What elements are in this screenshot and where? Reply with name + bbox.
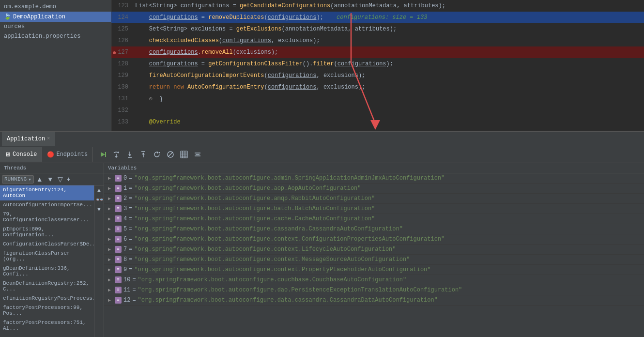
var-icon-12: ≡ <box>115 297 122 304</box>
thread-item-10[interactable]: factoryPostProcessors:751, Al... <box>0 318 94 333</box>
code-editor-area: om.example.demo 🍃 DemoApplication ources… <box>0 0 644 131</box>
variables-title: Variables <box>108 165 137 171</box>
thread-item-4[interactable]: ConfigurationClassParser$De... <box>0 240 94 249</box>
sidebar-item-app-properties[interactable]: application.properties <box>0 31 111 41</box>
thread-item-9[interactable]: factoryPostProcessors:99, Pos... <box>0 303 94 318</box>
svg-line-9 <box>168 152 173 157</box>
var-icon-9: ≡ <box>115 266 122 273</box>
var-item-1[interactable]: ▶ ≡ 1 = "org.springframework.boot.autoco… <box>104 184 644 194</box>
code-line-130: 130 return new AutoConfigurationEntry(co… <box>111 81 644 93</box>
sidebar-item-demo[interactable]: om.example.demo <box>0 2 111 12</box>
tab-console[interactable]: 🖥 Console <box>0 147 42 162</box>
expand-arrow-6: ▶ <box>108 236 113 242</box>
code-line-123: 123 List<String> configurations = getCan… <box>111 0 644 12</box>
tab-bar: Application × <box>0 132 644 146</box>
thread-filter-button[interactable]: ▽ <box>56 175 64 184</box>
threads-title: Threads <box>4 165 26 171</box>
svg-rect-1 <box>105 152 106 157</box>
var-item-11[interactable]: ▶ ≡ 11 = "org.springframework.boot.autoc… <box>104 285 644 295</box>
resume-button[interactable] <box>97 149 108 160</box>
svg-marker-5 <box>142 153 145 154</box>
endpoints-tab-label: Endpoints <box>56 151 88 158</box>
running-dropdown[interactable]: RUNNING ▾ <box>2 175 34 184</box>
var-item-7[interactable]: ▶ ≡ 7 = "org.springframework.boot.autoco… <box>104 245 644 255</box>
var-icon-8: ≡ <box>115 256 122 263</box>
scroll-up-btn[interactable]: ▲ <box>94 185 104 194</box>
tab-endpoints[interactable]: 🔴 Endpoints <box>42 147 93 162</box>
code-editor: 123 List<String> configurations = getCan… <box>111 0 644 131</box>
thread-item-8[interactable]: efinitionRegistryPostProcess... <box>0 294 94 303</box>
svg-marker-4 <box>128 154 131 156</box>
table-view-button[interactable] <box>178 149 190 160</box>
threads-header: Threads <box>0 163 104 173</box>
scroll-down-btn[interactable]: ▼ <box>94 205 104 214</box>
thread-item-0[interactable]: nigurationEntry:124, AutoCon <box>0 185 94 200</box>
var-icon-3: ≡ <box>115 205 122 212</box>
step-into-button[interactable] <box>124 149 136 160</box>
tab-close-button[interactable]: × <box>47 136 50 141</box>
code-line-133: 133 @Override <box>111 116 644 128</box>
thread-item-1[interactable]: AutoConfigurationImportSe... <box>0 200 94 210</box>
expand-arrow-1: ▶ <box>108 185 113 191</box>
expand-arrow-8: ▶ <box>108 257 113 262</box>
thread-item-6[interactable]: gBeanDefinitions:336, Confi... <box>0 264 94 279</box>
var-item-12[interactable]: ▶ ≡ 12 = "org.springframework.boot.autoc… <box>104 295 644 306</box>
spring-icon: 🍃 <box>4 13 11 20</box>
code-line-127: ● 127 configurations.removeAll(exclusion… <box>111 46 644 58</box>
expand-arrow-5: ▶ <box>108 226 113 232</box>
console-tab-label: Console <box>13 151 37 158</box>
var-icon-6: ≡ <box>115 236 122 243</box>
glasses-btn[interactable]: 👓 <box>94 194 104 205</box>
var-item-3[interactable]: ▶ ≡ 3 = "org.springframework.boot.autoco… <box>104 204 644 214</box>
svg-marker-6 <box>157 151 158 154</box>
running-label: RUNNING <box>4 176 27 182</box>
threads-panel: Threads RUNNING ▾ ▲ ▼ ▽ + nigurationEntr… <box>0 163 104 337</box>
step-over-button[interactable] <box>110 149 122 160</box>
settings-button[interactable] <box>192 149 203 160</box>
debug-toolbar <box>93 146 644 163</box>
var-item-4[interactable]: ▶ ≡ 4 = "org.springframework.boot.autoco… <box>104 214 644 224</box>
expand-arrow-7: ▶ <box>108 246 113 252</box>
code-line-128: 128 configurations = getConfigurationCla… <box>111 58 644 70</box>
var-icon-0: ≡ <box>115 175 122 182</box>
thread-item-3[interactable]: pImports:809, Configuration... <box>0 225 94 240</box>
variables-panel: Variables ▶ ≡ 0 = "org.springframework.b… <box>104 163 644 337</box>
thread-up-button[interactable]: ▲ <box>35 175 45 184</box>
thread-item-2[interactable]: 79, ConfigurationClassParser... <box>0 210 94 225</box>
expand-arrow-3: ▶ <box>108 206 113 212</box>
var-item-5[interactable]: ▶ ≡ 5 = "org.springframework.boot.autoco… <box>104 224 644 234</box>
scroll-side-buttons: ▲ 👓 ▼ <box>94 185 104 337</box>
var-item-8[interactable]: ▶ ≡ 8 = "org.springframework.boot.autoco… <box>104 255 644 265</box>
code-line-126: 126 checkExcludedClasses(configurations,… <box>111 35 644 46</box>
var-item-10[interactable]: ▶ ≡ 10 = "org.springframework.boot.autoc… <box>104 275 644 285</box>
expand-arrow-11: ▶ <box>108 287 113 293</box>
var-item-6[interactable]: ▶ ≡ 6 = "org.springframework.boot.autoco… <box>104 234 644 245</box>
variables-header: Variables <box>104 163 644 173</box>
thread-add-button[interactable]: + <box>65 175 72 184</box>
var-icon-11: ≡ <box>115 287 122 293</box>
sidebar-item-sources[interactable]: ources <box>0 22 111 31</box>
var-icon-5: ≡ <box>115 226 122 232</box>
thread-item-7[interactable]: BeanDefinitionRegistry:252, C... <box>0 279 94 294</box>
code-line-131: 131 ⊙ } <box>111 93 644 105</box>
var-item-9[interactable]: ▶ ≡ 9 = "org.springframework.boot.autoco… <box>104 265 644 275</box>
threads-toolbar: RUNNING ▾ ▲ ▼ ▽ + <box>0 173 104 185</box>
tab-application[interactable]: Application × <box>2 132 55 146</box>
threads-scroll-area: nigurationEntry:124, AutoCon AutoConfigu… <box>0 185 104 337</box>
rerun-button[interactable] <box>151 149 163 160</box>
mute-breakpoints-button[interactable] <box>165 149 176 160</box>
thread-down-button[interactable]: ▼ <box>46 175 55 184</box>
expand-arrow-2: ▶ <box>108 196 113 201</box>
var-item-0[interactable]: ▶ ≡ 0 = "org.springframework.boot.autoco… <box>104 173 644 184</box>
var-icon-2: ≡ <box>115 195 122 202</box>
code-line-125: 125 Set<String> exclusions = getExclusio… <box>111 23 644 35</box>
variables-list: ▶ ≡ 0 = "org.springframework.boot.autoco… <box>104 173 644 337</box>
file-tree-sidebar: om.example.demo 🍃 DemoApplication ources… <box>0 0 111 131</box>
expand-arrow-0: ▶ <box>108 175 113 181</box>
var-item-2[interactable]: ▶ ≡ 2 = "org.springframework.boot.autoco… <box>104 194 644 204</box>
debug-main-content: Threads RUNNING ▾ ▲ ▼ ▽ + nigurationEntr… <box>0 163 644 337</box>
step-out-button[interactable] <box>138 149 149 160</box>
sidebar-item-demo-application[interactable]: 🍃 DemoApplication <box>0 12 111 22</box>
var-icon-1: ≡ <box>115 185 122 192</box>
thread-item-5[interactable]: figurationClassParser (org... <box>0 249 94 264</box>
